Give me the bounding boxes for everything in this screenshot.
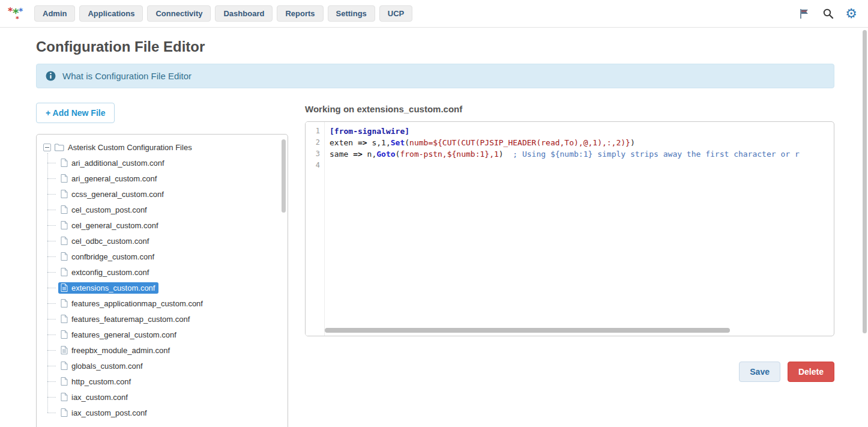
info-icon (46, 71, 56, 81)
file-text-icon (61, 346, 68, 354)
file-name: features_featuremap_custom.conf (71, 315, 190, 324)
file-name: globals_custom.conf (71, 362, 143, 371)
nav-menu: AdminApplicationsConnectivityDashboardRe… (34, 5, 412, 22)
tree-file-cel_general_custom.conf[interactable]: cel_general_custom.conf (47, 217, 282, 233)
file-name: ari_general_custom.conf (71, 174, 157, 183)
file-icon (61, 174, 68, 183)
file-icon (61, 377, 68, 386)
code-line[interactable]: [from-signalwire] (330, 126, 830, 137)
svg-text:*: * (19, 6, 23, 16)
file-icon (61, 159, 68, 167)
info-banner-text: What is Configuration File Editor (62, 71, 191, 81)
collapse-toggle-icon[interactable] (43, 144, 51, 151)
file-icon (61, 330, 68, 339)
line-number: 4 (306, 160, 320, 171)
nav-item-reports[interactable]: Reports (277, 5, 323, 22)
tree-file-globals_custom.conf[interactable]: globals_custom.conf (47, 358, 282, 374)
file-name: features_general_custom.conf (71, 330, 176, 339)
editor-horizontal-scrollbar[interactable] (325, 328, 730, 333)
file-name: iax_custom.conf (71, 393, 128, 402)
editor-actions: Save Delete (305, 362, 834, 382)
file-name: ari_additional_custom.conf (71, 159, 164, 168)
file-tree-children: ari_additional_custom.confari_general_cu… (47, 155, 282, 420)
tree-root-label: Asterisk Custom Configuration Files (68, 143, 192, 152)
nav-item-connectivity[interactable]: Connectivity (147, 5, 211, 22)
file-name: ccss_general_custom.conf (71, 190, 164, 199)
file-tree: Asterisk Custom Configuration Files ari_… (36, 134, 288, 427)
tree-file-confbridge_custom.conf[interactable]: confbridge_custom.conf (47, 249, 282, 264)
nav-item-ucp[interactable]: UCP (379, 5, 412, 22)
nav-item-admin[interactable]: Admin (34, 5, 75, 22)
tree-file-features_applicationmap_custom.conf[interactable]: features_applicationmap_custom.conf (47, 295, 282, 311)
tree-root-node[interactable]: Asterisk Custom Configuration Files (43, 141, 282, 155)
tree-scrollbar[interactable] (282, 139, 286, 213)
file-icon (61, 299, 68, 307)
file-name: features_applicationmap_custom.conf (71, 299, 203, 308)
tree-file-extensions_custom.conf[interactable]: extensions_custom.conf (47, 280, 282, 295)
file-icon (61, 252, 68, 261)
info-banner[interactable]: What is Configuration File Editor (36, 64, 834, 88)
file-name: extconfig_custom.conf (71, 268, 149, 277)
nav-item-applications[interactable]: Applications (79, 5, 143, 22)
file-icon (61, 190, 68, 198)
line-number: 3 (306, 148, 320, 160)
page-scrollbar-thumb[interactable] (863, 30, 867, 333)
nav-item-settings[interactable]: Settings (328, 5, 375, 22)
add-new-file-button[interactable]: + Add New File (36, 103, 115, 123)
file-name: cel_odbc_custom.conf (71, 237, 149, 246)
file-name: confbridge_custom.conf (71, 252, 154, 261)
code-line[interactable]: same => n,Goto(from-pstn,${numb:1},1) ; … (330, 148, 830, 160)
nav-item-dashboard[interactable]: Dashboard (215, 5, 273, 22)
file-text-icon (61, 283, 68, 292)
delete-button[interactable]: Delete (788, 362, 834, 382)
file-icon (61, 362, 68, 370)
tree-file-iax_custom.conf[interactable]: iax_custom.conf (47, 389, 282, 405)
folder-icon (55, 144, 64, 151)
file-icon (61, 237, 68, 245)
tree-file-ccss_general_custom.conf[interactable]: ccss_general_custom.conf (47, 186, 282, 202)
tree-file-features_featuremap_custom.conf[interactable]: features_featuremap_custom.conf (47, 311, 282, 327)
code-editor[interactable]: 1234 [from-signalwire]exten => s,1,Set(n… (305, 121, 834, 336)
file-name: freepbx_module_admin.conf (71, 346, 170, 355)
line-number-gutter: 1234 (306, 122, 325, 336)
file-name: iax_custom_post.conf (71, 408, 147, 417)
tree-file-extconfig_custom.conf[interactable]: extconfig_custom.conf (47, 264, 282, 280)
code-line[interactable] (330, 160, 830, 171)
page-title: Configuration File Editor (36, 38, 834, 55)
search-icon[interactable] (818, 5, 837, 23)
code-content[interactable]: [from-signalwire]exten => s,1,Set(numb=$… (325, 122, 834, 336)
file-browser-panel: + Add New File Asterisk Custom Configura… (36, 103, 288, 427)
file-icon (61, 221, 68, 229)
file-icon (61, 315, 68, 323)
tree-file-cel_custom_post.conf[interactable]: cel_custom_post.conf (47, 202, 282, 217)
page-scrollbar[interactable] (862, 28, 867, 427)
tree-file-ari_additional_custom.conf[interactable]: ari_additional_custom.conf (47, 155, 282, 171)
file-icon (61, 268, 68, 276)
file-name: cel_custom_post.conf (71, 205, 147, 214)
file-name: extensions_custom.conf (71, 283, 155, 292)
line-number: 1 (306, 126, 320, 137)
line-number: 2 (306, 137, 320, 148)
save-button[interactable]: Save (739, 362, 780, 382)
file-icon (61, 408, 68, 417)
svg-text:*: * (16, 15, 19, 23)
tree-file-iax_custom_post.conf[interactable]: iax_custom_post.conf (47, 405, 282, 420)
code-line[interactable]: exten => s,1,Set(numb=${CUT(CUT(PJSIP_HE… (330, 137, 830, 148)
file-icon (61, 205, 68, 214)
gear-glyph: ⚙ (845, 7, 857, 20)
freepbx-logo[interactable]: * * * * (7, 5, 25, 23)
page-body: Configuration File Editor What is Config… (0, 28, 868, 427)
file-name: cel_general_custom.conf (71, 221, 158, 230)
tree-file-http_custom.conf[interactable]: http_custom.conf (47, 374, 282, 389)
file-icon (61, 393, 68, 401)
editor-panel: Working on extensions_custom.conf 1234 [… (305, 103, 834, 427)
tree-file-freepbx_module_admin.conf[interactable]: freepbx_module_admin.conf (47, 342, 282, 358)
tree-file-features_general_custom.conf[interactable]: features_general_custom.conf (47, 327, 282, 342)
file-name: http_custom.conf (71, 377, 131, 386)
working-on-heading: Working on extensions_custom.conf (305, 104, 834, 114)
tree-file-cel_odbc_custom.conf[interactable]: cel_odbc_custom.conf (47, 233, 282, 249)
top-navbar: * * * * AdminApplicationsConnectivityDas… (0, 0, 868, 28)
tree-file-ari_general_custom.conf[interactable]: ari_general_custom.conf (47, 171, 282, 186)
gear-icon[interactable]: ⚙ (842, 5, 861, 23)
language-icon[interactable] (795, 5, 814, 23)
